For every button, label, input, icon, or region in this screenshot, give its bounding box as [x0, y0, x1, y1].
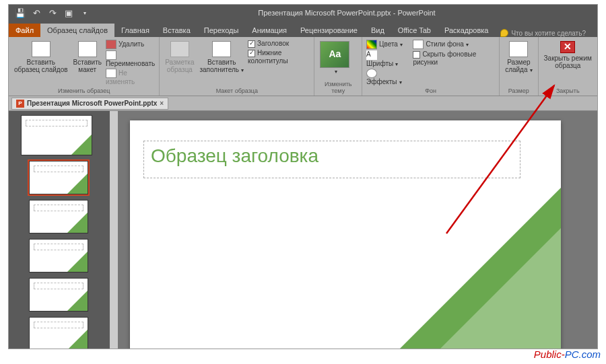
delete-button[interactable]: Удалить [106, 40, 155, 49]
rename-icon [106, 50, 116, 60]
layout-thumbnail[interactable] [29, 278, 88, 312]
tab-file[interactable]: Файл [9, 24, 40, 37]
tab-insert[interactable]: Вставка [156, 24, 197, 37]
group-label: Изменить образец [13, 86, 155, 96]
themes-button[interactable]: Aa ▾ [318, 40, 351, 77]
document-tab-label: Презентация Microsoft PowerPoint.pptx [27, 100, 157, 107]
title-placeholder[interactable]: Образец заголовка [143, 141, 520, 178]
placeholder-icon [212, 41, 231, 57]
layout-icon [78, 41, 97, 57]
effects-icon [366, 69, 377, 78]
group-edit-theme: Aa ▾ Изменить тему [314, 37, 362, 96]
layout-thumbnail[interactable] [29, 317, 88, 349]
insert-slide-master-button[interactable]: Вставить образец слайдов [13, 40, 69, 75]
close-tab-icon[interactable]: × [160, 100, 164, 107]
start-slideshow-icon[interactable]: ▣ [63, 7, 75, 19]
preserve-icon [106, 69, 116, 78]
layout-thumbnail[interactable] [29, 200, 88, 233]
group-label: Размер [504, 86, 533, 96]
hide-bg-checkbox[interactable]: Скрыть фоновые рисунки [413, 50, 495, 66]
slide-background-shape [426, 228, 561, 349]
ribbon-tabs: Файл Образец слайдов Главная Вставка Пер… [9, 21, 597, 37]
fonts-dropdown[interactable]: AШрифты▾ [366, 50, 410, 67]
title-text: Образец заголовка [151, 145, 318, 166]
group-label: Макет образца [164, 86, 310, 96]
watermark: Public-PC.com [534, 349, 601, 360]
bulb-icon [500, 29, 508, 37]
tab-home[interactable]: Главная [114, 24, 156, 37]
layout-thumbnail[interactable] [29, 161, 88, 194]
group-label: Изменить тему [318, 79, 358, 96]
customize-qat-icon[interactable]: ▾ [79, 7, 91, 19]
tab-view[interactable]: Вид [364, 24, 391, 37]
colors-dropdown[interactable]: Цвета▾ [366, 40, 410, 49]
app-window: 💾 ↶ ↷ ▣ ▾ Презентация Microsoft PowerPoi… [8, 4, 598, 349]
chevron-down-icon: ▾ [241, 67, 244, 73]
tell-me-placeholder: Что вы хотите сделать? [511, 30, 586, 37]
group-size: Размер слайда▾ Размер [500, 37, 538, 96]
slide-master-icon [32, 41, 50, 57]
tab-office[interactable]: Office Tab [391, 24, 438, 37]
title-checkbox[interactable]: Заголовок [248, 40, 310, 48]
insert-layout-button[interactable]: Вставить макет [72, 40, 103, 75]
tab-storyboard[interactable]: Раскадровка [438, 24, 495, 37]
group-label: Закрыть [543, 86, 593, 96]
chevron-down-icon: ▾ [335, 69, 337, 75]
footers-checkbox[interactable]: Нижние колонтитулы [248, 49, 310, 65]
powerpoint-icon: P [16, 100, 24, 108]
checkbox-icon [413, 51, 420, 59]
bg-styles-icon [413, 40, 424, 49]
fonts-icon: A [366, 50, 377, 60]
insert-placeholder-button[interactable]: Вставить заполнитель▾ [198, 40, 245, 75]
colors-icon [366, 40, 377, 49]
tab-slide-master[interactable]: Образец слайдов [40, 24, 114, 37]
save-icon[interactable]: 💾 [14, 7, 26, 19]
theme-icon: Aa [320, 41, 349, 68]
slide-editor[interactable]: Образец заголовка [118, 111, 597, 349]
checkbox-icon [248, 50, 255, 57]
group-label: Фон [366, 86, 495, 96]
group-background: Цвета▾ AШрифты▾ Эффекты▾ Стили фона▾ Скр… [362, 37, 500, 96]
document-tab[interactable]: P Презентация Microsoft PowerPoint.pptx … [11, 98, 168, 110]
undo-icon[interactable]: ↶ [30, 7, 42, 19]
tab-transitions[interactable]: Переходы [197, 24, 246, 37]
quick-access-toolbar: 💾 ↶ ↷ ▣ ▾ [9, 7, 96, 19]
slide-size-button[interactable]: Размер слайда▾ [504, 40, 533, 75]
workspace: Образец заголовка [9, 111, 597, 349]
master-thumbnail[interactable] [21, 115, 92, 155]
preserve-button: Не изменять [106, 69, 155, 85]
effects-dropdown[interactable]: Эффекты▾ [366, 69, 410, 85]
slide-size-icon [509, 41, 528, 57]
master-layout-button: Разметка образца [164, 40, 195, 75]
tab-animation[interactable]: Анимация [245, 24, 294, 37]
redo-icon[interactable]: ↷ [46, 7, 59, 19]
rename-button[interactable]: Переименовать [106, 50, 155, 67]
window-title: Презентация Microsoft PowerPoint.pptx - … [96, 9, 597, 17]
checkbox-icon [248, 40, 255, 48]
slide-canvas[interactable]: Образец заголовка [130, 120, 561, 349]
layout-thumbnail[interactable] [29, 239, 88, 272]
close-icon: ✕ [560, 41, 575, 53]
group-edit-master: Вставить образец слайдов Вставить макет … [9, 37, 160, 96]
close-master-view-button[interactable]: ✕ Закрыть режим образца [543, 40, 593, 71]
background-styles-dropdown[interactable]: Стили фона▾ [413, 40, 495, 49]
vertical-ruler [110, 111, 118, 349]
master-layout-icon [170, 41, 189, 57]
document-tabs: P Презентация Microsoft PowerPoint.pptx … [9, 96, 597, 111]
group-master-layout: Разметка образца Вставить заполнитель▾ З… [160, 37, 314, 96]
group-close: ✕ Закрыть режим образца Закрыть [539, 37, 597, 96]
titlebar: 💾 ↶ ↷ ▣ ▾ Презентация Microsoft PowerPoi… [9, 5, 597, 21]
thumbnail-pane[interactable] [9, 111, 110, 349]
ribbon: Вставить образец слайдов Вставить макет … [9, 37, 597, 96]
tell-me-search[interactable]: Что вы хотите сделать? [500, 29, 586, 37]
tab-review[interactable]: Рецензирование [294, 24, 364, 37]
delete-icon [106, 40, 116, 49]
